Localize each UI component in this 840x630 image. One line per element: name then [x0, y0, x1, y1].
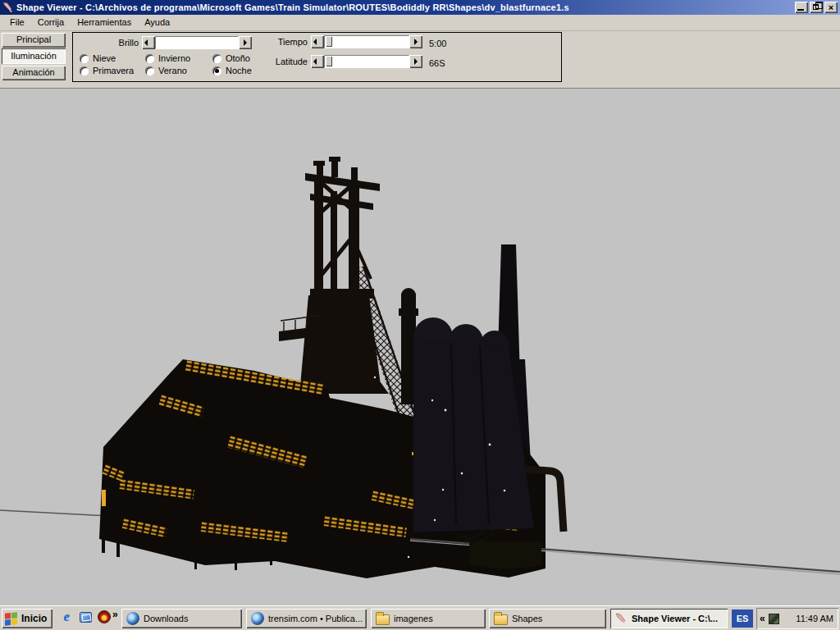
radio-otono[interactable]: Otoño [212, 53, 250, 63]
task-button-downloads[interactable]: Downloads [121, 609, 242, 628]
time-thumb[interactable] [326, 36, 332, 47]
start-label: Inicio [21, 613, 47, 624]
radio-invierno[interactable]: Invierno [145, 53, 190, 63]
firefox-icon [251, 612, 264, 625]
scroll-left-arrow-icon[interactable] [311, 55, 324, 68]
radio-icon-selected[interactable] [212, 66, 221, 75]
taskbar: Inicio e » Downloads trensim.com • Publi… [0, 605, 840, 630]
menu-herramientas[interactable]: Herramientas [71, 16, 138, 30]
menu-file[interactable]: File [3, 16, 31, 30]
title-bar[interactable]: Shape Viewer - C:\Archivos de programa\M… [0, 0, 840, 15]
time-label: Tiempo [268, 37, 308, 47]
latitude-track[interactable] [324, 55, 409, 68]
tray-collapse-chevron[interactable]: « [760, 613, 765, 624]
window-title: Shape Viewer - C:\Archivos de programa\M… [16, 2, 795, 12]
task-button-shape-viewer[interactable]: Shape Viewer - C:\... [610, 609, 728, 628]
menu-bar: File Corrija Herramientas Ayuda [0, 15, 840, 31]
latitude-scrollbar[interactable] [311, 55, 422, 68]
blast-furnace-scene [0, 89, 840, 605]
viewport-3d-model[interactable] [0, 89, 840, 605]
radio-label: Primavera [93, 66, 134, 75]
app-icon [2, 2, 14, 13]
menu-corrija[interactable]: Corrija [31, 16, 71, 30]
time-track[interactable] [324, 35, 409, 48]
radio-icon[interactable] [212, 54, 221, 63]
scroll-right-arrow-icon[interactable] [409, 55, 422, 68]
internet-explorer-icon[interactable]: e [59, 609, 74, 624]
task-label: Shapes [512, 614, 542, 623]
clock: 11:49 AM [796, 614, 833, 623]
radio-icon[interactable] [145, 66, 154, 75]
tab-iluminacion[interactable]: Iluminación [2, 48, 66, 64]
radio-icon[interactable] [145, 54, 154, 63]
screen: { "window": { "title": "Shape Viewer - C… [0, 0, 840, 630]
radio-icon[interactable] [80, 66, 89, 75]
shape-viewer-icon [615, 613, 628, 625]
radio-verano[interactable]: Verano [145, 66, 187, 75]
task-label: imagenes [394, 614, 433, 623]
task-label: trensim.com • Publica... [268, 614, 363, 623]
radio-label: Nieve [93, 53, 116, 63]
language-indicator[interactable]: ES [732, 609, 753, 628]
quick-launch-overflow-chevron[interactable]: » [112, 609, 118, 620]
scroll-left-arrow-icon[interactable] [142, 36, 155, 49]
task-button-trensim[interactable]: trensim.com • Publica... [246, 609, 367, 628]
time-value: 5:00 [429, 39, 446, 48]
task-label: Shape Viewer - C:\... [632, 614, 718, 623]
opera-browser-icon[interactable] [97, 609, 112, 624]
tray-app-icon[interactable] [769, 614, 779, 624]
brightness-scrollbar[interactable] [142, 36, 252, 49]
tab-animacion[interactable]: Animación [2, 66, 66, 80]
latitude-value: 66S [429, 58, 445, 68]
radio-label: Otoño [226, 53, 250, 63]
task-button-imagenes[interactable]: imagenes [371, 609, 486, 628]
quick-launch: e [59, 609, 112, 624]
task-button-shapes[interactable]: Shapes [489, 609, 606, 628]
scroll-right-arrow-icon[interactable] [409, 35, 422, 48]
tab-principal[interactable]: Principal [2, 33, 66, 48]
task-label: Downloads [144, 614, 188, 623]
control-panel: Principal Iluminación Animación Brillo N… [0, 31, 840, 89]
radio-icon[interactable] [80, 54, 89, 63]
windows-logo-icon [5, 612, 18, 626]
folder-icon [376, 614, 390, 625]
latitude-label: Latitude [268, 57, 308, 66]
brightness-track[interactable] [155, 36, 239, 49]
lighting-groupbox: Brillo Nieve Invierno Otoño Primavera Ve… [72, 32, 562, 82]
minimize-button[interactable] [795, 2, 808, 13]
close-button[interactable]: × [824, 2, 838, 13]
latitude-thumb[interactable] [326, 56, 332, 66]
radio-label: Verano [158, 66, 187, 75]
time-scrollbar[interactable] [311, 35, 422, 48]
radio-primavera[interactable]: Primavera [80, 66, 134, 75]
brightness-label: Brillo [96, 38, 139, 48]
firefox-icon [126, 612, 139, 625]
radio-nieve[interactable]: Nieve [80, 53, 116, 63]
furnace-tower [279, 157, 389, 394]
radio-label: Invierno [158, 53, 190, 63]
restore-button[interactable] [810, 2, 823, 13]
outlook-express-icon[interactable] [78, 609, 93, 624]
start-button[interactable]: Inicio [2, 609, 52, 628]
system-tray: « 11:49 AM [756, 608, 838, 629]
radio-label: Noche [226, 66, 252, 75]
radio-noche[interactable]: Noche [212, 66, 252, 75]
menu-ayuda[interactable]: Ayuda [138, 16, 176, 30]
scroll-right-arrow-icon[interactable] [239, 36, 252, 49]
folder-icon [494, 614, 508, 625]
scroll-left-arrow-icon[interactable] [311, 35, 324, 48]
